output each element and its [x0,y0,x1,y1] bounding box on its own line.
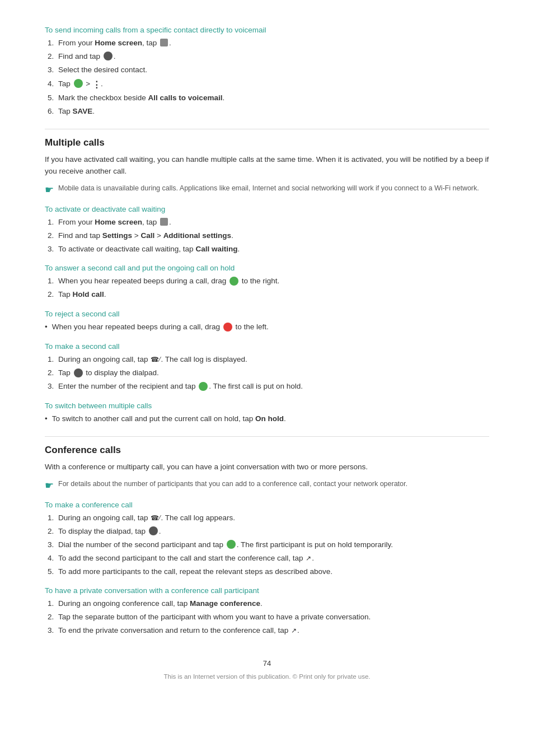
merge-icon-2: ↗ [291,626,297,636]
list-item: Tap to display the dialpad. [56,367,489,379]
make-conference-steps-list: During an ongoing call, tap ☎⁄. The call… [45,512,489,578]
contacts-icon [104,52,113,60]
activate-steps-list: From your Home screen, tap . Find and ta… [45,217,489,255]
multiple-calls-heading: Multiple calls [45,137,489,148]
list-item: To add more participants to the call, re… [56,566,489,578]
subsection-heading-activate: To activate or deactivate call waiting [45,205,489,213]
conference-calls-section: Conference calls With a conference or mu… [45,445,489,637]
list-item: Mark the checkbox beside All calls to vo… [56,92,489,104]
multiple-calls-section: Multiple calls If you have activated cal… [45,137,489,425]
subsection-heading-reject: To reject a second call [45,310,489,318]
list-item: From your Home screen, tap . [56,217,489,228]
list-item: Tap > ⋮. [56,78,489,91]
green-call-icon-2 [227,540,236,549]
note-icon: ☛ [45,184,54,196]
list-item: During an ongoing conference call, tap M… [56,598,489,610]
reject-bullet-list: When you hear repeated beeps during a ca… [45,321,489,333]
list-item: When you hear repeated beeps during a ca… [45,321,489,333]
switch-bullet-list: To switch to another call and put the cu… [45,413,489,425]
subsection-heading-second-call: To make a second call [45,342,489,351]
list-item: During an ongoing call, tap ☎⁄. The call… [56,354,489,366]
conference-calls-paragraph: With a conference or multiparty call, yo… [45,461,489,473]
subsection-heading-switch: To switch between multiple calls [45,402,489,410]
conference-calls-heading: Conference calls [45,445,489,456]
list-item: Enter the number of the recipient and ta… [56,381,489,393]
subsection-heading-private: To have a private conversation with a co… [45,586,489,595]
multiple-calls-paragraph: If you have activated call waiting, you … [45,154,489,178]
list-item: Find and tap Settings > Call > Additiona… [56,230,489,242]
list-item: Tap Hold call. [56,289,489,301]
list-item: Dial the number of the second participan… [56,539,489,551]
conference-note-text: For details about the number of particip… [58,479,407,489]
list-item: To add the second participant to the cal… [56,553,489,564]
section-divider-2 [45,436,489,437]
call-log-icon-2: ☎⁄ [151,513,160,524]
footer-text: This is an Internet version of this publ… [45,673,489,680]
list-item: Select the desired contact. [56,64,489,76]
intro-heading: To send incoming calls from a specific c… [45,26,489,34]
dialpad-icon-2 [149,526,158,535]
subsection-heading-answer: To answer a second call and put the ongo… [45,264,489,272]
green-dot-icon [74,79,83,88]
page-number: 74 [45,659,489,668]
private-conv-steps-list: During an ongoing conference call, tap M… [45,598,489,637]
multiple-calls-note: ☛ Mobile data is unavailable during call… [45,183,489,196]
list-item: When you hear repeated beeps during a ca… [56,276,489,287]
list-item: Find and tap . [56,51,489,63]
note-text: Mobile data is unavailable during calls.… [58,183,479,194]
list-item: To display the dialpad, tap . [56,526,489,538]
green-call-icon [199,382,208,391]
merge-icon: ↗ [306,553,311,564]
list-item: To switch to another call and put the cu… [45,413,489,425]
list-item: From your Home screen, tap . [56,38,489,49]
list-item: Tap the separate button of the participa… [56,612,489,623]
dialpad-icon [74,368,83,377]
call-log-icon: ☎⁄ [151,354,160,365]
home-icon-2 [160,218,168,226]
list-item: Tap SAVE. [56,106,489,118]
list-item: To end the private conversation and retu… [56,625,489,637]
subsection-heading-make-conference: To make a conference call [45,501,489,509]
answer-steps-list: When you hear repeated beeps during a ca… [45,276,489,301]
second-call-steps-list: During an ongoing call, tap ☎⁄. The call… [45,354,489,393]
list-item: During an ongoing call, tap ☎⁄. The call… [56,512,489,524]
home-icon [160,39,168,46]
intro-steps-list: From your Home screen, tap . Find and ta… [45,38,489,118]
conference-note: ☛ For details about the number of partic… [45,479,489,492]
list-item: To activate or deactivate call waiting, … [56,244,489,255]
note-icon-2: ☛ [45,479,54,492]
green-phone-icon [229,277,238,286]
red-phone-icon [223,323,232,332]
section-divider [45,129,489,129]
